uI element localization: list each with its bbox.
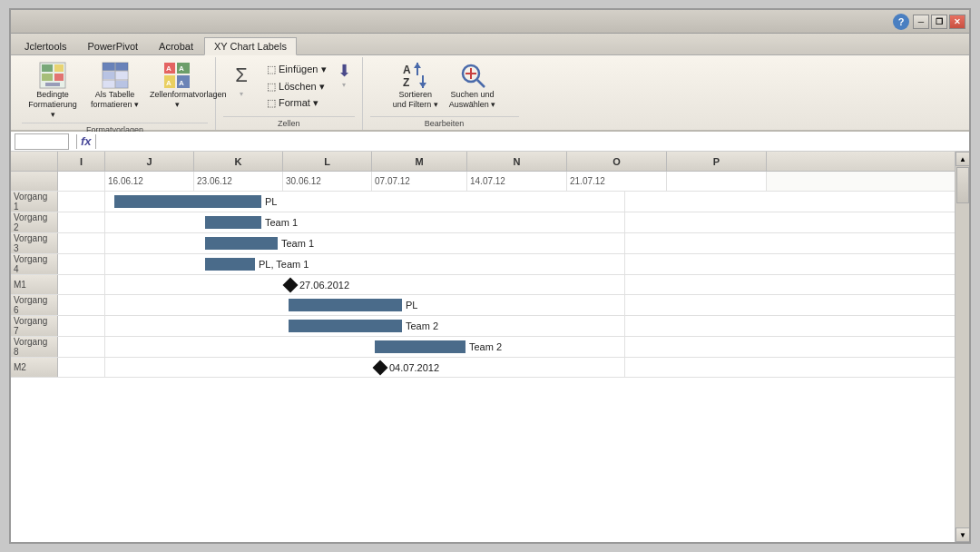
format-button[interactable]: ⬚ Format ▾ [263,96,329,110]
fx-icon: fx [81,134,92,148]
date-O: 21.07.12 [567,172,667,191]
table-row: Vorgang 6 PL [11,295,955,316]
date-row-header [11,172,58,191]
svg-rect-2 [42,74,53,81]
loeschen-label: Löschen ▾ [279,81,325,93]
gantt-bar-v3 [205,237,278,250]
row-v8-gantt: Team 2 [105,337,625,357]
fill-icon: ⬇ [338,61,351,81]
col-header-row: I J K L M N O P [11,152,955,172]
svg-rect-8 [103,72,115,79]
formula-bar: fx [11,132,969,152]
gantt-bar-v2 [205,216,261,229]
row-m2-gantt: 04.07.2012 [105,358,625,377]
col-header-N[interactable]: N [467,152,567,171]
col-header-J[interactable]: J [105,152,194,171]
table-row: Vorgang 7 Team 2 [11,316,955,337]
col-header-M[interactable]: M [372,152,467,171]
scroll-down-button[interactable]: ▼ [956,527,969,542]
name-box[interactable] [15,133,69,150]
gantt-bar-v8 [375,340,466,353]
scroll-thumb[interactable] [956,167,969,203]
table-row: Vorgang 2 Team 1 [11,212,955,233]
table-row: M2 04.07.2012 [11,358,955,378]
milestone-diamond-m1 [283,277,299,292]
col-header-I[interactable]: I [58,152,105,171]
row-v3-gantt: Team 1 [105,233,625,253]
zellenformatvorlagen-button[interactable]: A A A A Zellenformatvorlagen ▾ [146,59,208,112]
ribbon-group-formatvorlagen: Bedingte Formatierung ▾ [15,57,216,130]
sortieren-button[interactable]: A Z Sortieren und Filtern ▾ [389,59,442,112]
zellenformatvorlagen-icon: A A A A [162,61,191,90]
row-label-m2: M2 [11,358,58,377]
gantt-v8: Team 2 [105,337,502,357]
date-row: 16.06.12 23.06.12 30.06.12 07.07.12 14.0… [11,172,955,192]
row-v2-gantt: Team 1 [105,212,625,232]
date-K: 23.06.12 [194,172,283,191]
title-bar: ? ─ ❐ ✕ [11,10,969,34]
gantt-bar-v6 [289,299,402,311]
gantt-v7: Team 2 [105,316,438,336]
ribbon-content: Bedingte Formatierung ▾ [11,55,969,132]
suchen-icon [458,61,487,90]
help-icon[interactable]: ? [893,14,909,30]
bearbeiten-group-label: Bearbeiten [370,116,519,130]
scroll-track [956,166,969,527]
tab-jclertools[interactable]: Jclertools [15,37,76,54]
sigma-icon: Σ [227,61,256,90]
gantt-label-v7: Team 2 [406,320,438,331]
col-header-L[interactable]: L [283,152,372,171]
vertical-scrollbar[interactable]: ▲ ▼ [955,152,969,542]
table-row: Vorgang 8 Team 2 [11,337,955,358]
gantt-v1: PL [105,192,277,212]
einfuegen-icon: ⬚ [267,64,276,75]
tab-powerpivot[interactable]: PowerPivot [77,37,148,54]
loeschen-icon: ⬚ [267,81,276,93]
ribbon-group-zellen: Σ ▾ ⬚ Einfügen ▾ ⬚ Löschen ▾ ⬚ Forma [216,57,362,130]
milestone-diamond-m2 [373,360,388,375]
row-v6-I [58,295,105,315]
minimize-button[interactable]: ─ [913,15,929,29]
col-header-K[interactable]: K [194,152,283,171]
table-row: Vorgang 1 PL [11,192,955,212]
scroll-up-button[interactable]: ▲ [956,152,969,166]
svg-text:A: A [166,79,172,87]
als-tabelle-button[interactable]: Als Tabelle formatieren ▾ [87,59,142,112]
bedingte-formatierung-button[interactable]: Bedingte Formatierung ▾ [22,59,83,121]
svg-text:A: A [179,79,184,87]
suchen-button[interactable]: Suchen und Auswählen ▾ [446,59,500,112]
row-v4-gantt: PL, Team 1 [105,254,625,274]
gantt-bar-v4 [205,258,255,271]
svg-text:A: A [179,64,184,73]
row-v6-gantt: PL [105,295,625,315]
zellenformatvorlagen-label: Zellenformatvorlagen ▾ [150,90,204,110]
gantt-label-v3: Team 1 [281,238,314,249]
loeschen-button[interactable]: ⬚ Löschen ▾ [263,80,329,94]
svg-text:Z: Z [403,76,409,89]
tab-acrobat[interactable]: Acrobat [149,37,203,54]
col-header-P[interactable]: P [667,152,767,171]
ribbon-tabs: Jclertools PowerPivot Acrobat XY Chart L… [11,34,969,55]
suchen-label: Suchen und Auswählen ▾ [449,90,496,110]
gantt-v4: PL, Team 1 [105,254,309,274]
gantt-v6: PL [105,295,417,315]
close-button[interactable]: ✕ [949,15,965,29]
spreadsheet-inner: I J K L M N O P 16.06.12 23.06.12 30.06.… [11,152,955,542]
gantt-bar-v1 [114,195,261,208]
einfuegen-label: Einfügen ▾ [279,64,326,75]
date-N: 14.07.12 [467,172,567,191]
bedingte-formatierung-icon [38,61,67,90]
row-v7-I [58,316,105,336]
row-header-corner [11,152,58,171]
gantt-bar-v7 [289,320,402,332]
table-row: M1 27.06.2012 [11,275,955,295]
tab-xychartlabels[interactable]: XY Chart Labels [204,37,297,55]
row-v1-gantt: PL [105,192,625,212]
restore-button[interactable]: ❐ [931,15,947,29]
row-m2-I [58,358,105,377]
col-header-O[interactable]: O [567,152,667,171]
table-row: Vorgang 3 Team 1 [11,233,955,254]
einfuegen-button[interactable]: ⬚ Einfügen ▾ [263,63,329,76]
row-label-v8: Vorgang 8 [11,337,58,357]
bedingte-formatierung-label: Bedingte Formatierung ▾ [25,90,80,119]
